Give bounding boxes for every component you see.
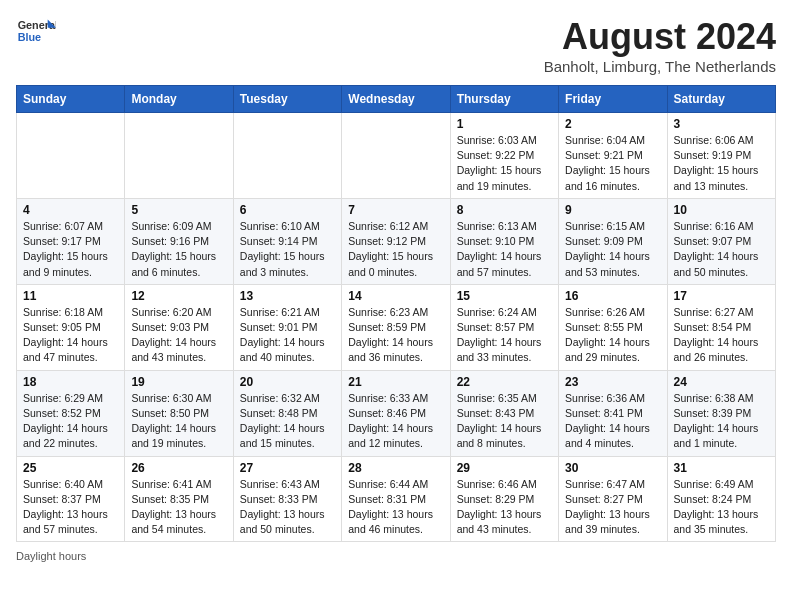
- day-number: 1: [457, 117, 552, 131]
- day-number: 13: [240, 289, 335, 303]
- day-info: Sunrise: 6:06 AMSunset: 9:19 PMDaylight:…: [674, 133, 769, 194]
- table-row: 6Sunrise: 6:10 AMSunset: 9:14 PMDaylight…: [233, 198, 341, 284]
- day-info: Sunrise: 6:15 AMSunset: 9:09 PMDaylight:…: [565, 219, 660, 280]
- table-row: 8Sunrise: 6:13 AMSunset: 9:10 PMDaylight…: [450, 198, 558, 284]
- day-info: Sunrise: 6:23 AMSunset: 8:59 PMDaylight:…: [348, 305, 443, 366]
- table-row: [233, 113, 341, 199]
- table-row: 18Sunrise: 6:29 AMSunset: 8:52 PMDayligh…: [17, 370, 125, 456]
- day-number: 8: [457, 203, 552, 217]
- day-number: 6: [240, 203, 335, 217]
- col-monday: Monday: [125, 86, 233, 113]
- table-row: 22Sunrise: 6:35 AMSunset: 8:43 PMDayligh…: [450, 370, 558, 456]
- day-info: Sunrise: 6:04 AMSunset: 9:21 PMDaylight:…: [565, 133, 660, 194]
- day-number: 4: [23, 203, 118, 217]
- day-info: Sunrise: 6:49 AMSunset: 8:24 PMDaylight:…: [674, 477, 769, 538]
- table-row: 2Sunrise: 6:04 AMSunset: 9:21 PMDaylight…: [559, 113, 667, 199]
- day-info: Sunrise: 6:30 AMSunset: 8:50 PMDaylight:…: [131, 391, 226, 452]
- svg-text:Blue: Blue: [18, 31, 41, 43]
- day-number: 20: [240, 375, 335, 389]
- day-info: Sunrise: 6:33 AMSunset: 8:46 PMDaylight:…: [348, 391, 443, 452]
- day-info: Sunrise: 6:43 AMSunset: 8:33 PMDaylight:…: [240, 477, 335, 538]
- table-row: 9Sunrise: 6:15 AMSunset: 9:09 PMDaylight…: [559, 198, 667, 284]
- day-number: 19: [131, 375, 226, 389]
- day-number: 23: [565, 375, 660, 389]
- table-row: 31Sunrise: 6:49 AMSunset: 8:24 PMDayligh…: [667, 456, 775, 542]
- day-info: Sunrise: 6:44 AMSunset: 8:31 PMDaylight:…: [348, 477, 443, 538]
- day-info: Sunrise: 6:20 AMSunset: 9:03 PMDaylight:…: [131, 305, 226, 366]
- table-row: 15Sunrise: 6:24 AMSunset: 8:57 PMDayligh…: [450, 284, 558, 370]
- table-row: 13Sunrise: 6:21 AMSunset: 9:01 PMDayligh…: [233, 284, 341, 370]
- month-year: August 2024: [544, 16, 776, 58]
- logo: General Blue: [16, 16, 56, 48]
- table-row: 28Sunrise: 6:44 AMSunset: 8:31 PMDayligh…: [342, 456, 450, 542]
- table-row: 16Sunrise: 6:26 AMSunset: 8:55 PMDayligh…: [559, 284, 667, 370]
- day-info: Sunrise: 6:41 AMSunset: 8:35 PMDaylight:…: [131, 477, 226, 538]
- day-number: 17: [674, 289, 769, 303]
- day-info: Sunrise: 6:32 AMSunset: 8:48 PMDaylight:…: [240, 391, 335, 452]
- day-number: 11: [23, 289, 118, 303]
- title-section: August 2024 Banholt, Limburg, The Nether…: [544, 16, 776, 75]
- day-info: Sunrise: 6:09 AMSunset: 9:16 PMDaylight:…: [131, 219, 226, 280]
- day-info: Sunrise: 6:26 AMSunset: 8:55 PMDaylight:…: [565, 305, 660, 366]
- col-wednesday: Wednesday: [342, 86, 450, 113]
- day-number: 24: [674, 375, 769, 389]
- table-row: 10Sunrise: 6:16 AMSunset: 9:07 PMDayligh…: [667, 198, 775, 284]
- day-number: 18: [23, 375, 118, 389]
- calendar-week-row: 11Sunrise: 6:18 AMSunset: 9:05 PMDayligh…: [17, 284, 776, 370]
- day-info: Sunrise: 6:21 AMSunset: 9:01 PMDaylight:…: [240, 305, 335, 366]
- page-container: General Blue August 2024 Banholt, Limbur…: [16, 16, 776, 562]
- table-row: [125, 113, 233, 199]
- day-number: 7: [348, 203, 443, 217]
- table-row: 26Sunrise: 6:41 AMSunset: 8:35 PMDayligh…: [125, 456, 233, 542]
- day-info: Sunrise: 6:10 AMSunset: 9:14 PMDaylight:…: [240, 219, 335, 280]
- day-info: Sunrise: 6:12 AMSunset: 9:12 PMDaylight:…: [348, 219, 443, 280]
- table-row: 11Sunrise: 6:18 AMSunset: 9:05 PMDayligh…: [17, 284, 125, 370]
- calendar-week-row: 1Sunrise: 6:03 AMSunset: 9:22 PMDaylight…: [17, 113, 776, 199]
- table-row: 30Sunrise: 6:47 AMSunset: 8:27 PMDayligh…: [559, 456, 667, 542]
- location: Banholt, Limburg, The Netherlands: [544, 58, 776, 75]
- day-number: 30: [565, 461, 660, 475]
- calendar-table: Sunday Monday Tuesday Wednesday Thursday…: [16, 85, 776, 542]
- footer-note: Daylight hours: [16, 550, 776, 562]
- day-info: Sunrise: 6:07 AMSunset: 9:17 PMDaylight:…: [23, 219, 118, 280]
- table-row: [342, 113, 450, 199]
- day-info: Sunrise: 6:40 AMSunset: 8:37 PMDaylight:…: [23, 477, 118, 538]
- table-row: 12Sunrise: 6:20 AMSunset: 9:03 PMDayligh…: [125, 284, 233, 370]
- day-number: 21: [348, 375, 443, 389]
- day-number: 10: [674, 203, 769, 217]
- day-number: 16: [565, 289, 660, 303]
- day-number: 29: [457, 461, 552, 475]
- col-sunday: Sunday: [17, 86, 125, 113]
- day-info: Sunrise: 6:24 AMSunset: 8:57 PMDaylight:…: [457, 305, 552, 366]
- day-info: Sunrise: 6:16 AMSunset: 9:07 PMDaylight:…: [674, 219, 769, 280]
- table-row: 29Sunrise: 6:46 AMSunset: 8:29 PMDayligh…: [450, 456, 558, 542]
- day-info: Sunrise: 6:13 AMSunset: 9:10 PMDaylight:…: [457, 219, 552, 280]
- table-row: 7Sunrise: 6:12 AMSunset: 9:12 PMDaylight…: [342, 198, 450, 284]
- col-thursday: Thursday: [450, 86, 558, 113]
- day-info: Sunrise: 6:35 AMSunset: 8:43 PMDaylight:…: [457, 391, 552, 452]
- table-row: 4Sunrise: 6:07 AMSunset: 9:17 PMDaylight…: [17, 198, 125, 284]
- day-info: Sunrise: 6:18 AMSunset: 9:05 PMDaylight:…: [23, 305, 118, 366]
- table-row: 20Sunrise: 6:32 AMSunset: 8:48 PMDayligh…: [233, 370, 341, 456]
- table-row: 23Sunrise: 6:36 AMSunset: 8:41 PMDayligh…: [559, 370, 667, 456]
- table-row: 19Sunrise: 6:30 AMSunset: 8:50 PMDayligh…: [125, 370, 233, 456]
- table-row: 21Sunrise: 6:33 AMSunset: 8:46 PMDayligh…: [342, 370, 450, 456]
- table-row: 3Sunrise: 6:06 AMSunset: 9:19 PMDaylight…: [667, 113, 775, 199]
- daylight-label: Daylight hours: [16, 550, 86, 562]
- day-number: 12: [131, 289, 226, 303]
- header: General Blue August 2024 Banholt, Limbur…: [16, 16, 776, 75]
- table-row: 27Sunrise: 6:43 AMSunset: 8:33 PMDayligh…: [233, 456, 341, 542]
- day-info: Sunrise: 6:38 AMSunset: 8:39 PMDaylight:…: [674, 391, 769, 452]
- col-friday: Friday: [559, 86, 667, 113]
- day-number: 2: [565, 117, 660, 131]
- calendar-header-row: Sunday Monday Tuesday Wednesday Thursday…: [17, 86, 776, 113]
- calendar-week-row: 25Sunrise: 6:40 AMSunset: 8:37 PMDayligh…: [17, 456, 776, 542]
- day-info: Sunrise: 6:27 AMSunset: 8:54 PMDaylight:…: [674, 305, 769, 366]
- day-info: Sunrise: 6:36 AMSunset: 8:41 PMDaylight:…: [565, 391, 660, 452]
- day-number: 25: [23, 461, 118, 475]
- day-info: Sunrise: 6:29 AMSunset: 8:52 PMDaylight:…: [23, 391, 118, 452]
- table-row: 25Sunrise: 6:40 AMSunset: 8:37 PMDayligh…: [17, 456, 125, 542]
- day-number: 22: [457, 375, 552, 389]
- col-tuesday: Tuesday: [233, 86, 341, 113]
- table-row: 17Sunrise: 6:27 AMSunset: 8:54 PMDayligh…: [667, 284, 775, 370]
